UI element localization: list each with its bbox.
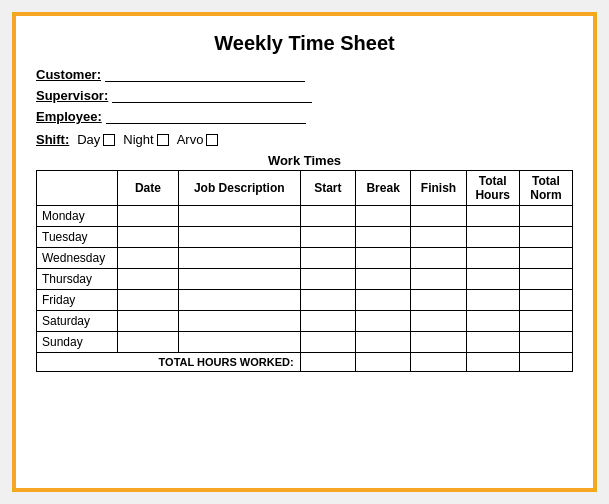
- finish-cell[interactable]: [411, 248, 466, 269]
- shift-day-checkbox[interactable]: [103, 134, 115, 146]
- start-cell[interactable]: [300, 227, 355, 248]
- totalhours-cell[interactable]: [466, 206, 519, 227]
- shift-option-day: Day: [77, 132, 115, 147]
- customer-label: Customer:: [36, 67, 101, 82]
- table-row: Tuesday: [37, 227, 573, 248]
- break-cell[interactable]: [355, 248, 410, 269]
- page-title: Weekly Time Sheet: [36, 32, 573, 55]
- jobdesc-cell[interactable]: [178, 206, 300, 227]
- total-start-cell[interactable]: [300, 353, 355, 372]
- totalhours-cell[interactable]: [466, 248, 519, 269]
- totalhours-cell[interactable]: [466, 269, 519, 290]
- break-cell[interactable]: [355, 332, 410, 353]
- totalnorm-cell[interactable]: [519, 332, 572, 353]
- totalnorm-cell[interactable]: [519, 269, 572, 290]
- totalhours-cell[interactable]: [466, 332, 519, 353]
- fields-section: Customer: Supervisor: Employee:: [36, 67, 573, 124]
- total-break-cell[interactable]: [355, 353, 410, 372]
- shift-arvo-text: Arvo: [177, 132, 204, 147]
- day-cell: Monday: [37, 206, 118, 227]
- finish-cell[interactable]: [411, 332, 466, 353]
- supervisor-field-row: Supervisor:: [36, 88, 573, 103]
- day-cell: Friday: [37, 290, 118, 311]
- totalhours-cell[interactable]: [466, 290, 519, 311]
- header-col-start: Start: [300, 171, 355, 206]
- total-row: TOTAL HOURS WORKED:: [37, 353, 573, 372]
- total-label: TOTAL HOURS WORKED:: [37, 353, 301, 372]
- table-row: Saturday: [37, 311, 573, 332]
- table-row: Friday: [37, 290, 573, 311]
- start-cell[interactable]: [300, 248, 355, 269]
- finish-cell[interactable]: [411, 290, 466, 311]
- jobdesc-cell[interactable]: [178, 248, 300, 269]
- jobdesc-cell[interactable]: [178, 269, 300, 290]
- date-cell[interactable]: [117, 290, 178, 311]
- header-col-date: Date: [117, 171, 178, 206]
- finish-cell[interactable]: [411, 269, 466, 290]
- employee-label: Employee:: [36, 109, 102, 124]
- shift-day-text: Day: [77, 132, 100, 147]
- break-cell[interactable]: [355, 206, 410, 227]
- header-col-totalnorm: Total Norm: [519, 171, 572, 206]
- customer-input-line[interactable]: [105, 68, 305, 82]
- break-cell[interactable]: [355, 227, 410, 248]
- break-cell[interactable]: [355, 269, 410, 290]
- start-cell[interactable]: [300, 332, 355, 353]
- jobdesc-cell[interactable]: [178, 227, 300, 248]
- day-cell: Tuesday: [37, 227, 118, 248]
- shift-option-arvo: Arvo: [177, 132, 219, 147]
- totalnorm-cell[interactable]: [519, 311, 572, 332]
- start-cell[interactable]: [300, 269, 355, 290]
- date-cell[interactable]: [117, 206, 178, 227]
- jobdesc-cell[interactable]: [178, 290, 300, 311]
- shift-row: Shift: Day Night Arvo: [36, 132, 573, 147]
- shift-arvo-checkbox[interactable]: [206, 134, 218, 146]
- date-cell[interactable]: [117, 227, 178, 248]
- finish-cell[interactable]: [411, 206, 466, 227]
- table-row: Thursday: [37, 269, 573, 290]
- break-cell[interactable]: [355, 290, 410, 311]
- total-hours-cell[interactable]: [466, 353, 519, 372]
- day-cell: Saturday: [37, 311, 118, 332]
- start-cell[interactable]: [300, 311, 355, 332]
- work-times-label: Work Times: [36, 153, 573, 168]
- header-col-day: [37, 171, 118, 206]
- finish-cell[interactable]: [411, 311, 466, 332]
- header-col-break: Break: [355, 171, 410, 206]
- start-cell[interactable]: [300, 206, 355, 227]
- date-cell[interactable]: [117, 332, 178, 353]
- employee-input-line[interactable]: [106, 110, 306, 124]
- table-row: Monday: [37, 206, 573, 227]
- table-row: Wednesday: [37, 248, 573, 269]
- totalnorm-cell[interactable]: [519, 290, 572, 311]
- totalnorm-cell[interactable]: [519, 227, 572, 248]
- customer-field-row: Customer:: [36, 67, 573, 82]
- date-cell[interactable]: [117, 248, 178, 269]
- table-row: Sunday: [37, 332, 573, 353]
- jobdesc-cell[interactable]: [178, 332, 300, 353]
- totalhours-cell[interactable]: [466, 227, 519, 248]
- total-norm-cell[interactable]: [519, 353, 572, 372]
- break-cell[interactable]: [355, 311, 410, 332]
- totalnorm-cell[interactable]: [519, 206, 572, 227]
- finish-cell[interactable]: [411, 227, 466, 248]
- start-cell[interactable]: [300, 290, 355, 311]
- day-cell: Sunday: [37, 332, 118, 353]
- shift-option-night: Night: [123, 132, 168, 147]
- supervisor-input-line[interactable]: [112, 89, 312, 103]
- timesheet-table: Date Job Description Start Break Finish …: [36, 170, 573, 372]
- header-col-jobdesc: Job Description: [178, 171, 300, 206]
- document-container: Weekly Time Sheet Customer: Supervisor: …: [12, 12, 597, 492]
- jobdesc-cell[interactable]: [178, 311, 300, 332]
- totalhours-cell[interactable]: [466, 311, 519, 332]
- employee-field-row: Employee:: [36, 109, 573, 124]
- date-cell[interactable]: [117, 269, 178, 290]
- day-cell: Wednesday: [37, 248, 118, 269]
- totalnorm-cell[interactable]: [519, 248, 572, 269]
- date-cell[interactable]: [117, 311, 178, 332]
- shift-night-checkbox[interactable]: [157, 134, 169, 146]
- header-col-totalhours: Total Hours: [466, 171, 519, 206]
- total-finish-cell[interactable]: [411, 353, 466, 372]
- table-header-row: Date Job Description Start Break Finish …: [37, 171, 573, 206]
- day-cell: Thursday: [37, 269, 118, 290]
